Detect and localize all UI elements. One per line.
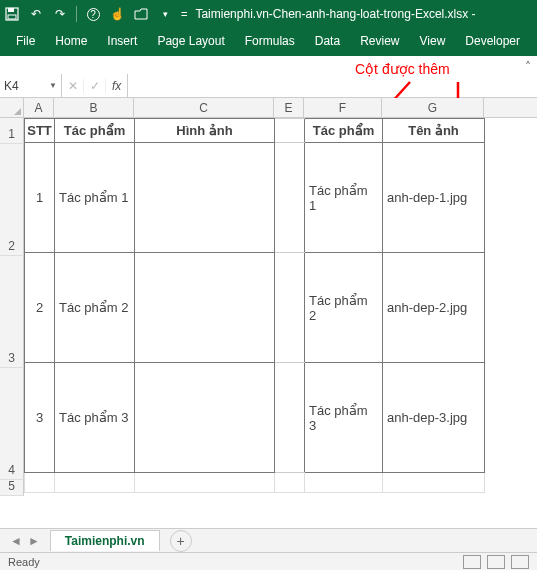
title-bar: ↶ ↷ ? ☝ ▾ = Taimienphi.vn-Chen-anh-hang-… — [0, 0, 537, 28]
chevron-down-icon[interactable]: ▼ — [49, 81, 57, 90]
table-row[interactable]: STT Tác phẩm Hình ảnh Tác phẩm Tên ảnh — [25, 119, 485, 143]
col-header-A[interactable]: A — [24, 98, 54, 117]
collapse-ribbon-icon[interactable]: ˄ — [525, 60, 531, 74]
worksheet-grid[interactable]: A B C E F G 1 2 3 4 5 STT Tác phẩm Hình … — [0, 98, 537, 528]
col-header-B[interactable]: B — [54, 98, 134, 117]
cancel-icon[interactable]: ✕ — [62, 79, 84, 93]
cell[interactable]: anh-dep-2.jpg — [383, 253, 485, 363]
separator — [76, 6, 77, 22]
normal-view-icon[interactable] — [463, 555, 481, 569]
check-icon[interactable]: ✓ — [84, 79, 106, 93]
select-all-corner[interactable] — [0, 98, 24, 117]
cell[interactable]: 3 — [25, 363, 55, 473]
status-ready: Ready — [8, 556, 40, 568]
cell[interactable]: 1 — [25, 143, 55, 253]
view-controls — [463, 555, 529, 569]
tab-file[interactable]: File — [6, 28, 45, 56]
table-row[interactable]: 1 Tác phẩm 1 Tác phẩm 1 anh-dep-1.jpg — [25, 143, 485, 253]
cell[interactable]: 2 — [25, 253, 55, 363]
row-header-5[interactable]: 5 — [0, 480, 24, 496]
cell[interactable]: anh-dep-3.jpg — [383, 363, 485, 473]
tab-home[interactable]: Home — [45, 28, 97, 56]
open-icon[interactable] — [133, 6, 149, 22]
sheet-nav-next-icon[interactable]: ► — [28, 534, 40, 548]
tab-page-layout[interactable]: Page Layout — [147, 28, 234, 56]
cell[interactable]: STT — [25, 119, 55, 143]
row-header-3[interactable]: 3 — [0, 256, 24, 368]
cell[interactable] — [55, 473, 135, 493]
page-layout-view-icon[interactable] — [487, 555, 505, 569]
cell[interactable] — [275, 363, 305, 473]
data-table[interactable]: STT Tác phẩm Hình ảnh Tác phẩm Tên ảnh 1… — [24, 118, 485, 493]
cell[interactable]: anh-dep-1.jpg — [383, 143, 485, 253]
ribbon-tabs: File Home Insert Page Layout Formulas Da… — [0, 28, 537, 56]
name-box[interactable]: K4 ▼ — [0, 74, 62, 97]
cell[interactable]: Tác phẩm 1 — [55, 143, 135, 253]
redo-icon[interactable]: ↷ — [52, 6, 68, 22]
cell[interactable] — [135, 473, 275, 493]
cell[interactable]: Hình ảnh — [135, 119, 275, 143]
formula-input[interactable] — [128, 74, 537, 97]
window-title: Taimienphi.vn-Chen-anh-hang-loat-trong-E… — [195, 7, 533, 21]
cell[interactable]: Tác phẩm 2 — [55, 253, 135, 363]
cell[interactable] — [135, 143, 275, 253]
col-header-E[interactable]: E — [274, 98, 304, 117]
cell[interactable]: Tác phẩm 2 — [305, 253, 383, 363]
col-header-F[interactable]: F — [304, 98, 382, 117]
quick-access-toolbar: ↶ ↷ ? ☝ ▾ = — [4, 6, 187, 22]
qat-dropdown-icon[interactable]: ▾ — [157, 6, 173, 22]
name-box-value: K4 — [4, 79, 19, 93]
table-row[interactable] — [25, 473, 485, 493]
tab-data[interactable]: Data — [305, 28, 350, 56]
cell[interactable] — [25, 473, 55, 493]
cell[interactable]: Tác phẩm 3 — [55, 363, 135, 473]
row-header-2[interactable]: 2 — [0, 144, 24, 256]
column-headers: A B C E F G — [0, 98, 537, 118]
svg-rect-1 — [8, 8, 14, 12]
cell[interactable] — [275, 143, 305, 253]
help-icon[interactable]: ? — [85, 6, 101, 22]
cell[interactable]: Tên ảnh — [383, 119, 485, 143]
row-headers: 1 2 3 4 5 — [0, 118, 24, 496]
add-sheet-button[interactable]: + — [170, 530, 192, 552]
undo-icon[interactable]: ↶ — [28, 6, 44, 22]
row-header-1[interactable]: 1 — [0, 118, 24, 144]
save-icon[interactable] — [4, 6, 20, 22]
cell[interactable]: Tác phẩm — [305, 119, 383, 143]
cell[interactable] — [135, 253, 275, 363]
qat-overflow-icon[interactable]: = — [181, 8, 187, 20]
svg-rect-2 — [8, 15, 16, 19]
cell[interactable] — [275, 119, 305, 143]
tab-developer[interactable]: Developer — [455, 28, 530, 56]
formula-bar: K4 ▼ ✕ ✓ fx — [0, 74, 537, 98]
tab-review[interactable]: Review — [350, 28, 409, 56]
sheet-nav-prev-icon[interactable]: ◄ — [10, 534, 22, 548]
page-break-view-icon[interactable] — [511, 555, 529, 569]
table-row[interactable]: 3 Tác phẩm 3 Tác phẩm 3 anh-dep-3.jpg — [25, 363, 485, 473]
cell[interactable] — [275, 253, 305, 363]
cell[interactable]: Tác phẩm 1 — [305, 143, 383, 253]
cell[interactable] — [383, 473, 485, 493]
cell[interactable]: Tác phẩm 3 — [305, 363, 383, 473]
cell[interactable]: Tác phẩm — [55, 119, 135, 143]
cell[interactable] — [305, 473, 383, 493]
row-header-4[interactable]: 4 — [0, 368, 24, 480]
fx-label[interactable]: fx — [106, 74, 128, 97]
sheet-tab-bar: ◄ ► Taimienphi.vn + — [0, 528, 537, 552]
col-header-C[interactable]: C — [134, 98, 274, 117]
tab-view[interactable]: View — [410, 28, 456, 56]
tab-insert[interactable]: Insert — [97, 28, 147, 56]
cell[interactable] — [135, 363, 275, 473]
col-header-G[interactable]: G — [382, 98, 484, 117]
cell[interactable] — [275, 473, 305, 493]
sheet-tab[interactable]: Taimienphi.vn — [50, 530, 160, 551]
touch-mode-icon[interactable]: ☝ — [109, 6, 125, 22]
table-row[interactable]: 2 Tác phẩm 2 Tác phẩm 2 anh-dep-2.jpg — [25, 253, 485, 363]
status-bar: Ready — [0, 552, 537, 570]
tab-formulas[interactable]: Formulas — [235, 28, 305, 56]
